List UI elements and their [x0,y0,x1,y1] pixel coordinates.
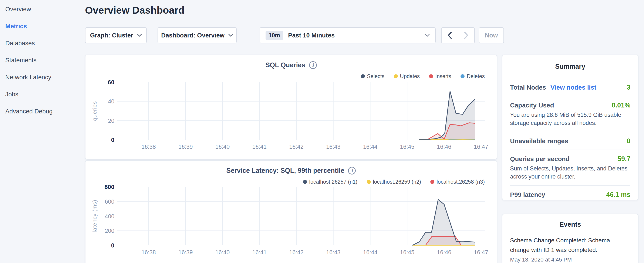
dashboard-label: Dashboard: Overview [161,32,224,39]
svg-text:16:44: 16:44 [363,144,378,150]
svg-text:16:41: 16:41 [252,249,266,255]
summary-value: 0.01% [612,102,630,109]
chevron-right-icon [464,32,468,39]
legend-item-inserts[interactable]: Inserts [429,73,451,79]
info-icon[interactable]: i [348,167,356,174]
sql-queries-plot: 16:3816:3916:4016:4116:4216:4316:4416:45… [87,79,494,151]
summary-row-queries-per-second: Queries per second 59.7 Sum of Selects, … [510,150,630,186]
summary-title: Summary [502,63,638,70]
series-color-dot [303,180,307,184]
legend-item-selects[interactable]: Selects [361,73,384,79]
chevron-down-icon [228,34,233,37]
dashboard-dropdown[interactable]: Dashboard: Overview [158,27,237,43]
svg-text:16:47: 16:47 [474,249,488,255]
events-title: Events [502,221,638,228]
summary-label: P99 latency [510,191,545,198]
summary-value: 59.7 [618,155,630,163]
svg-text:600: 600 [105,198,114,205]
sidebar-item-advanced-debug[interactable]: Advanced Debug [5,107,53,116]
svg-text:16:43: 16:43 [326,249,340,255]
series-color-dot [361,74,365,78]
svg-text:60: 60 [108,79,114,86]
svg-text:16:45: 16:45 [400,249,414,255]
sidebar-item-network-latency[interactable]: Network Latency [5,73,51,82]
legend-item-updates[interactable]: Updates [394,73,420,79]
svg-text:16:40: 16:40 [216,249,230,255]
svg-text:16:39: 16:39 [178,249,193,255]
series-color-dot [430,180,434,184]
summary-label: Capacity Used [510,102,554,109]
summary-subtext: Sum of Selects, Updates, Inserts, and De… [510,164,630,181]
sidebar-item-overview[interactable]: Overview [5,5,31,14]
event-list-item[interactable]: Schema Change Completed: Schema change w… [510,235,630,263]
graph-scope-dropdown[interactable]: Graph: Cluster [85,27,147,43]
time-window-nav [441,27,475,43]
series-color-dot [460,74,464,78]
time-range-label: Past 10 Minutes [288,32,420,39]
now-button[interactable]: Now [479,27,504,43]
svg-text:latency (ms): latency (ms) [92,200,98,232]
chevron-down-icon [424,34,430,37]
svg-text:16:46: 16:46 [437,144,451,150]
service-latency-plot: 16:3816:3916:4016:4116:4216:4316:4416:45… [87,184,494,257]
svg-text:16:38: 16:38 [142,144,156,150]
svg-text:16:42: 16:42 [289,144,304,150]
svg-text:16:43: 16:43 [326,144,340,150]
sql-queries-chart-title: SQL Queries [265,61,305,69]
summary-row-unavailable-ranges: Unavailable ranges 0 [510,132,630,150]
chevron-down-icon [137,34,142,37]
svg-text:16:41: 16:41 [252,144,266,150]
summary-label: Total Nodes [510,84,546,91]
svg-text:400: 400 [105,213,114,220]
service-latency-chart-title: Service Latency: SQL, 99th percentile [226,167,344,174]
svg-text:queries: queries [92,101,98,121]
summary-value: 3 [627,84,630,91]
sidebar-item-databases[interactable]: Databases [5,39,35,48]
summary-panel: Summary Total Nodes View nodes list 3 Ca… [502,55,638,200]
time-range-selector[interactable]: 10m Past 10 Minutes [260,27,436,43]
svg-text:16:42: 16:42 [289,249,304,255]
svg-text:200: 200 [105,228,114,234]
previous-time-window-button[interactable] [442,28,458,43]
app-root: Overview Metrics Databases Statements Ne… [0,0,644,263]
series-color-dot [394,74,398,78]
time-range-badge: 10m [266,31,283,40]
event-timestamp: May 13, 2020 at 4:45 PM [510,256,630,263]
svg-text:0: 0 [111,242,114,249]
event-message: Schema Change Completed: Schema change w… [510,235,613,255]
svg-text:20: 20 [108,118,114,124]
events-panel: Events Schema Change Completed: Schema c… [502,214,638,263]
summary-value: 0 [627,137,630,145]
graph-scope-label: Graph: Cluster [90,32,133,39]
svg-text:16:47: 16:47 [474,144,488,150]
next-time-window-button[interactable] [458,28,474,43]
svg-text:0: 0 [111,137,114,143]
controls-divider [251,28,251,43]
summary-label: Queries per second [510,155,570,163]
view-nodes-list-link[interactable]: View nodes list [550,84,596,91]
sidebar-item-statements[interactable]: Statements [5,56,36,65]
svg-text:16:39: 16:39 [178,144,193,150]
summary-row-total-nodes: Total Nodes View nodes list 3 [510,79,630,96]
summary-row-p99-latency: P99 latency 46.1 ms [510,186,630,203]
summary-subtext: You are using 28.6 MiB of 515.9 GiB usab… [510,111,630,127]
svg-text:16:46: 16:46 [437,249,451,255]
page-title: Overview Dashboard [85,4,184,16]
svg-text:40: 40 [108,98,114,105]
series-color-dot [429,74,433,78]
svg-text:800: 800 [104,184,114,190]
svg-text:16:44: 16:44 [363,249,378,255]
svg-text:16:40: 16:40 [216,144,230,150]
svg-text:16:38: 16:38 [142,249,156,255]
svg-text:16:45: 16:45 [400,144,414,150]
info-icon[interactable]: i [309,61,317,69]
chevron-left-icon [448,32,452,39]
summary-row-capacity-used: Capacity Used 0.01% You are using 28.6 M… [510,96,630,132]
summary-label: Unavailable ranges [510,137,568,145]
sql-queries-legend: Selects Updates Inserts Deletes [361,73,485,79]
summary-value: 46.1 ms [606,191,630,198]
series-color-dot [367,180,371,184]
legend-item-deletes[interactable]: Deletes [460,73,485,79]
sidebar-item-metrics[interactable]: Metrics [5,22,27,31]
sidebar-item-jobs[interactable]: Jobs [5,90,18,99]
